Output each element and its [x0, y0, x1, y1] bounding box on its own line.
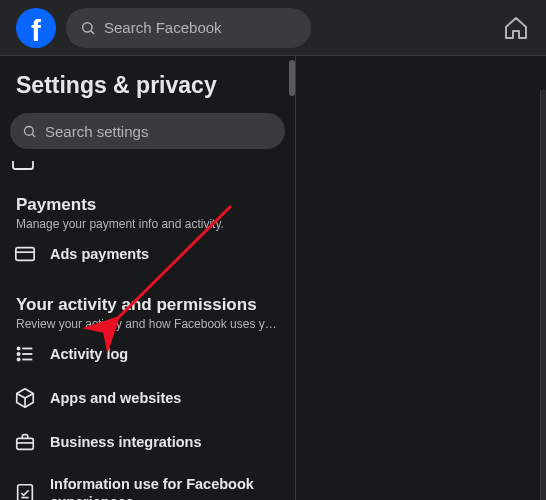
- svg-point-0: [83, 22, 92, 31]
- sidebar-item-label: Ads payments: [50, 245, 149, 263]
- section-title-payments: Payments: [16, 195, 279, 215]
- search-icon: [22, 124, 37, 139]
- svg-point-11: [17, 358, 19, 360]
- sidebar-item-label: Business integrations: [50, 433, 201, 451]
- credit-card-icon: [14, 243, 36, 265]
- sidebar-item-info-use[interactable]: Information use for Facebook experiences: [8, 465, 287, 500]
- section-payments: Payments Manage your payment info and ac…: [8, 195, 287, 231]
- scrollbar-thumb[interactable]: [289, 60, 295, 96]
- svg-line-1: [91, 30, 94, 33]
- section-subtitle-activity: Review your activity and how Facebook us…: [16, 317, 279, 331]
- sidebar-item-label: Activity log: [50, 345, 128, 363]
- sidebar-item-label: Information use for Facebook experiences: [50, 475, 281, 500]
- settings-sidebar: Settings & privacy Payments Manage your …: [0, 56, 296, 500]
- search-icon: [80, 20, 96, 36]
- svg-rect-14: [17, 438, 34, 449]
- home-icon[interactable]: [502, 14, 530, 42]
- section-title-activity: Your activity and permissions: [16, 295, 279, 315]
- right-panel-edge: [540, 90, 546, 500]
- section-activity: Your activity and permissions Review you…: [8, 295, 287, 331]
- briefcase-icon: [14, 431, 36, 453]
- svg-point-9: [17, 353, 19, 355]
- svg-point-7: [17, 347, 19, 349]
- sidebar-item-ads-payments[interactable]: Ads payments: [8, 233, 287, 275]
- cube-icon: [14, 387, 36, 409]
- svg-point-2: [25, 126, 34, 135]
- partial-cut-item: [10, 161, 285, 175]
- global-search-input[interactable]: [104, 19, 297, 36]
- sidebar-item-label: Apps and websites: [50, 389, 181, 407]
- main-content-area: [296, 56, 546, 500]
- svg-rect-4: [13, 161, 33, 169]
- facebook-logo[interactable]: f: [16, 8, 56, 48]
- section-subtitle-payments: Manage your payment info and activity.: [16, 217, 279, 231]
- document-check-icon: [14, 482, 36, 500]
- sidebar-item-apps-websites[interactable]: Apps and websites: [8, 377, 287, 419]
- settings-search-input[interactable]: [45, 123, 273, 140]
- page-title: Settings & privacy: [8, 68, 287, 113]
- sidebar-item-activity-log[interactable]: Activity log: [8, 333, 287, 375]
- global-search[interactable]: [66, 8, 311, 48]
- svg-line-3: [32, 134, 35, 137]
- svg-rect-5: [16, 248, 34, 261]
- list-icon: [14, 343, 36, 365]
- top-bar: f: [0, 0, 546, 56]
- settings-search[interactable]: [10, 113, 285, 149]
- sidebar-item-business-integrations[interactable]: Business integrations: [8, 421, 287, 463]
